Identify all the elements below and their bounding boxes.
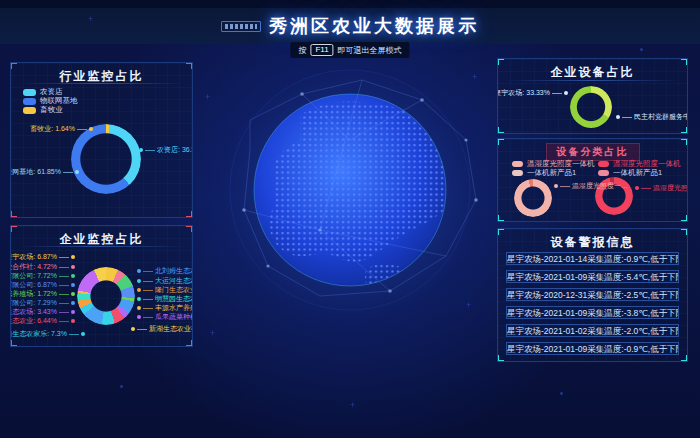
- device-donut-chart[interactable]: [570, 86, 612, 128]
- legend-swatch-icon: [512, 161, 523, 167]
- panel-device-classification: 设备分类占比 温湿度光照度一体机 一体机新产品1 温湿度光照度一体机 一体机新产…: [497, 138, 688, 222]
- legend-swatch-icon: [23, 107, 36, 114]
- legend-label: 一体机新产品1: [613, 168, 662, 178]
- panel-enterprise-ratio: 企业监控占比 星宇农场: 6.87% 秀洲粮油专业合作社: 4.72% 家庭农场…: [10, 225, 193, 347]
- legend-swatch-icon: [23, 98, 36, 105]
- legend-swatch-icon: [512, 170, 523, 176]
- legend-item[interactable]: 一体机新产品1: [598, 168, 662, 178]
- decor-plus: +: [350, 400, 355, 410]
- alarm-row: 星宇农场-2021-01-14采集温度:-0.9℃,低于下限:0℃: [506, 252, 679, 265]
- decor-dot: [640, 48, 643, 51]
- classification-left-donut-chart[interactable]: [514, 179, 552, 217]
- decor-plus: +: [88, 14, 93, 24]
- industry-donut-chart[interactable]: [71, 124, 141, 194]
- chart-label: 温湿度光照度一…: [554, 181, 628, 191]
- legend-swatch-icon: [23, 89, 36, 96]
- alarm-row: 星宇农场-2021-01-09采集温度:-3.8℃,低于下限:0℃: [506, 306, 679, 319]
- decor-plus: +: [466, 300, 471, 310]
- chart-label: 仁丰生态农业: 6.44%: [13, 316, 75, 326]
- chart-label: 农资店: 36.57%: [139, 145, 193, 155]
- decor-plus: +: [472, 72, 477, 82]
- legend-item[interactable]: 一体机新产品1: [512, 168, 576, 178]
- chart-label: 瓜果蔬菜种植基地: 15.02%: [137, 312, 193, 322]
- chart-label: 物联网基地: 61.85%: [13, 167, 79, 177]
- alarm-row: 星宇农场-2020-12-31采集温度:-2.5℃,低于下限:0℃: [506, 288, 679, 301]
- alarm-row: 星宇农场-2021-01-02采集温度:-2.0℃,低于下限:0℃: [506, 324, 679, 337]
- legend-swatch-icon: [598, 170, 609, 176]
- decor-plus: +: [210, 328, 215, 338]
- panel-device-ratio: 企业设备占比 星宇农场: 33.33% 民主村党群服务中心:: [497, 58, 688, 134]
- chart-label: 星宇农场: 6.87%: [13, 252, 75, 262]
- alarm-list: 星宇农场-2021-01-14采集温度:-0.9℃,低于下限:0℃ 星宇农场-2…: [506, 252, 679, 360]
- enterprise-donut-chart[interactable]: [77, 267, 135, 325]
- chart-label: 星宇农场: 33.33%: [500, 88, 568, 98]
- chart-label: 民主村党群服务中心:: [616, 112, 688, 122]
- alarm-row: 星宇农场-2021-01-09采集温度:-5.4℃,低于下限:0℃: [506, 270, 679, 283]
- panel-title: 设备警报信息: [498, 234, 687, 251]
- panel-industry-ratio: 行业监控占比 农资店 物联网基地 畜牧业 畜牧业: 1.64% 农资店: 36.…: [10, 62, 193, 218]
- legend-label: 畜牧业: [40, 105, 63, 115]
- panel-device-alarms: 设备警报信息 星宇农场-2021-01-14采集温度:-0.9℃,低于下限:0℃…: [497, 228, 688, 362]
- legend-item[interactable]: 畜牧业: [23, 105, 63, 115]
- chart-label: 温湿度光照度一…: [635, 183, 688, 193]
- alarm-row: 星宇农场-2021-01-09采集温度:-0.9℃,低于下限:0℃: [506, 342, 679, 355]
- decor-dot: [120, 385, 123, 388]
- decor-dot: [560, 392, 563, 395]
- dashboard: + + + + + + 秀洲区农业大数据展示 按 F11 即可退出全屏模式 行业…: [0, 0, 700, 438]
- chart-label: 畜牧业: 1.64%: [21, 124, 93, 134]
- legend-swatch-icon: [598, 161, 609, 167]
- panel-title: 企业设备占比: [498, 64, 687, 81]
- legend-label: 一体机新产品1: [527, 168, 576, 178]
- decor-plus: +: [205, 92, 210, 102]
- chart-label: 北刘姆生态农场: 11.56%: [137, 266, 193, 276]
- chart-label: 红南园生态农家乐: 7.3%: [13, 329, 85, 339]
- chart-label: 新湖生态农业有限公司: 6.87%: [131, 324, 193, 334]
